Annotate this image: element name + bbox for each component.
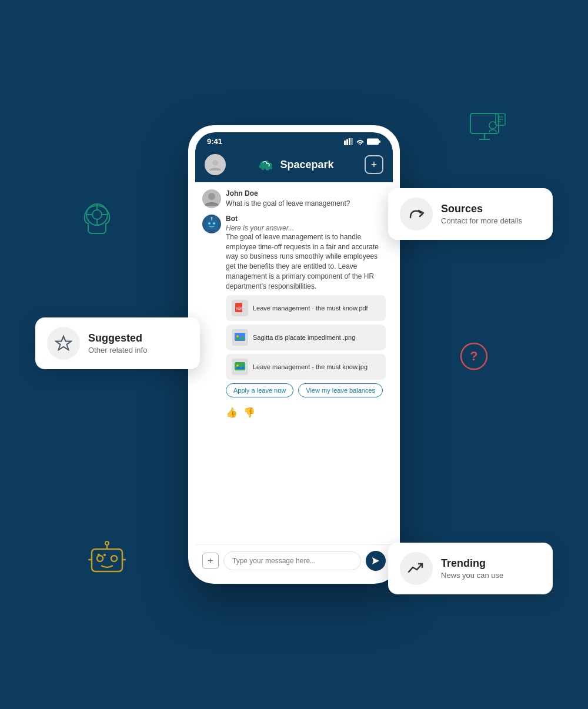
phone-mockup: 9:41: [188, 125, 400, 584]
apply-leave-button[interactable]: Apply a leave now: [226, 383, 293, 397]
monitor-icon: [467, 109, 506, 149]
trending-title: Trending: [441, 557, 503, 570]
svg-point-29: [360, 144, 361, 145]
user-message-text: What is the goal of leave management?: [226, 199, 386, 209]
app-header: Spacepark +: [195, 149, 393, 182]
robot-icon: [87, 537, 127, 580]
attachment-name-0: Leave management - the must know.pdf: [253, 305, 368, 312]
send-button[interactable]: [366, 551, 386, 571]
trending-subtitle: News you can use: [441, 571, 503, 580]
bot-msg-content: Bot Here is your answer... The goal of l…: [226, 215, 386, 397]
trending-card: Trending News you can use: [388, 543, 553, 594]
header-plus-button[interactable]: +: [365, 155, 383, 174]
svg-point-33: [208, 193, 215, 200]
bot-italic: Here is your answer...: [226, 224, 386, 232]
brain-icon: [76, 194, 118, 238]
svg-rect-6: [92, 549, 122, 571]
sources-icon-circle: [400, 198, 433, 230]
app-title: Spacepark: [280, 159, 333, 171]
svg-point-10: [105, 541, 109, 545]
suggested-text: Suggested Other related info: [88, 332, 147, 354]
thumbs-up-icon[interactable]: 👍: [226, 407, 238, 418]
input-plus-button[interactable]: +: [202, 553, 219, 569]
header-logo: Spacepark: [256, 158, 333, 171]
suggested-card: Suggested Other related info: [35, 317, 200, 369]
attachment-item[interactable]: PDF Leave management - the must know.pdf: [226, 295, 386, 321]
attachment-thumb-jpg: [232, 359, 248, 375]
sources-text: Sources Contact for more details: [441, 203, 522, 225]
status-icons: [344, 138, 381, 145]
sources-title: Sources: [441, 203, 522, 215]
input-bar: +: [195, 544, 393, 577]
svg-rect-26: [346, 139, 348, 145]
status-bar: 9:41: [195, 132, 393, 149]
svg-rect-34: [206, 220, 218, 229]
svg-marker-45: [56, 336, 71, 350]
svg-rect-30: [367, 139, 379, 145]
trending-icon-circle: [400, 552, 433, 585]
user-msg-content: John Doe What is the goal of leave manag…: [226, 189, 386, 209]
suggested-subtitle: Other related info: [88, 346, 147, 354]
feedback-row: 👍 👎: [202, 407, 386, 418]
user-avatar: [202, 189, 221, 208]
attachment-item[interactable]: Leave management - the must know.jpg: [226, 354, 386, 380]
svg-text:?: ?: [470, 349, 477, 363]
attachment-name-2: Leave management - the must know.jpg: [253, 363, 368, 370]
attachments-list: PDF Leave management - the must know.pdf…: [226, 295, 386, 380]
svg-point-8: [111, 556, 117, 561]
thumbs-down-icon[interactable]: 👎: [243, 407, 255, 418]
suggested-icon-circle: [47, 327, 80, 360]
svg-text:PDF: PDF: [236, 307, 242, 310]
bot-name: Bot: [226, 215, 386, 223]
svg-rect-31: [379, 141, 380, 143]
sources-card: Sources Contact for more details: [388, 188, 553, 240]
svg-rect-25: [344, 141, 346, 145]
suggested-title: Suggested: [88, 332, 147, 345]
bot-body: The goal of leave management is to handl…: [226, 232, 386, 292]
svg-point-36: [213, 222, 215, 225]
background: ? 9:41: [0, 0, 588, 709]
attachment-item[interactable]: Sagitta dis placate impediment .png: [226, 325, 386, 350]
sources-subtitle: Contact for more details: [441, 216, 522, 225]
chat-area: John Doe What is the goal of leave manag…: [195, 182, 393, 544]
svg-rect-13: [98, 554, 100, 556]
status-time: 9:41: [207, 137, 222, 146]
svg-point-1: [92, 210, 102, 219]
svg-point-32: [212, 160, 218, 166]
svg-rect-14: [103, 554, 106, 556]
svg-point-35: [208, 222, 211, 225]
svg-rect-28: [351, 138, 353, 145]
svg-rect-15: [470, 113, 499, 133]
question-icon: ?: [459, 341, 489, 374]
user-name: John Doe: [226, 189, 386, 198]
header-avatar[interactable]: [205, 154, 226, 175]
svg-point-38: [211, 217, 213, 219]
bot-message: Bot Here is your answer... The goal of l…: [202, 215, 386, 397]
action-buttons: Apply a leave now View my leave balances: [226, 383, 386, 397]
attachment-thumb-pdf: PDF: [232, 300, 248, 316]
svg-point-7: [97, 556, 103, 561]
trending-text: Trending News you can use: [441, 557, 503, 580]
view-balance-button[interactable]: View my leave balances: [298, 383, 383, 397]
bot-avatar: [202, 215, 221, 233]
svg-rect-27: [349, 138, 350, 145]
attachment-thumb-png: [232, 329, 248, 346]
user-message: John Doe What is the goal of leave manag…: [202, 189, 386, 209]
svg-point-18: [489, 122, 496, 129]
attachment-name-1: Sagitta dis placate impediment .png: [253, 334, 355, 341]
message-input[interactable]: [223, 551, 361, 570]
